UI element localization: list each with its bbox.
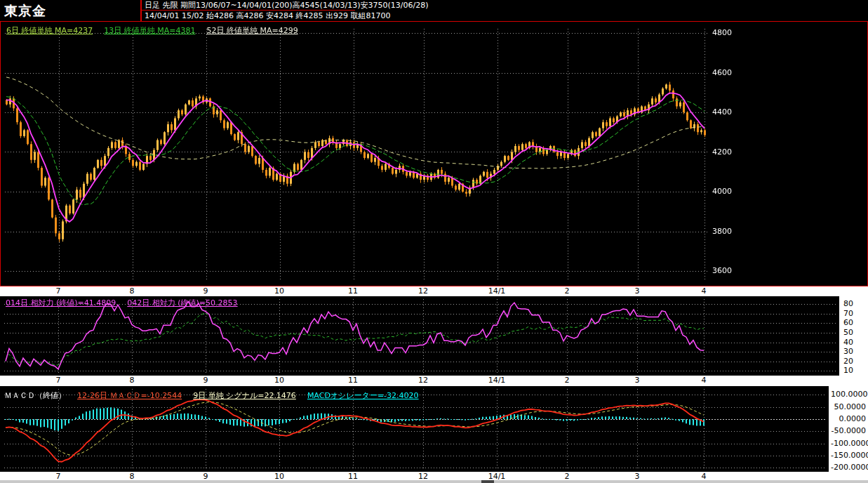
macd-axis-label: -150.0000 — [831, 451, 866, 460]
month-axis-strip: 78910111214/1234 — [0, 472, 868, 480]
price-axis-label: 4600 — [712, 69, 732, 77]
rsi-axis-label: 20 — [843, 357, 853, 366]
month-axis-strip: 78910111214/1234 — [0, 376, 868, 386]
month-axis-strip: 78910111214/1234 — [0, 286, 868, 296]
macd-legend-item[interactable]: 12-26日 ＭＡＣＤ=-10.2544 — [77, 390, 182, 401]
price-axis-label: 3600 — [712, 267, 732, 275]
price-axis-label: 4200 — [712, 148, 732, 157]
month-label: 3 — [627, 376, 648, 385]
rsi-axis-label: 60 — [843, 319, 853, 327]
macd-legend-item[interactable]: MACDオシレーター=-32.4020 — [307, 390, 419, 401]
month-label: 12 — [413, 286, 434, 296]
chart-info-line1: 日足 先限 期間13/06/07~14/04/01(200)高4545(14/0… — [145, 1, 429, 10]
header-divider-horizontal — [140, 10, 355, 11]
rsi-legend: 014日 相対力 (終値)=41.4809042日 相対力 (終値)=50.28… — [6, 298, 238, 308]
rsi-axis-label: 30 — [843, 348, 853, 356]
macd-legend-item[interactable]: ＭＡＣＤ（終値） — [4, 390, 66, 401]
rsi-axis-label: 80 — [843, 300, 853, 308]
price-axis-label: 3800 — [712, 227, 732, 236]
macd-legend: ＭＡＣＤ（終値）12-26日 ＭＡＣＤ=-10.25449日 単純 シグナル=2… — [4, 390, 419, 401]
macd-axis-label: 100.0000 — [831, 390, 866, 399]
macd-axis-label: -100.0000 — [831, 439, 866, 448]
rsi-axis-label: 40 — [843, 338, 853, 347]
main-chart-panel: 6日 終値単純 MA=423713日 終値単純 MA=438152日 終値単純 … — [0, 21, 868, 286]
month-label: 8 — [121, 376, 142, 385]
month-label: 3 — [627, 286, 648, 296]
month-label: 9 — [195, 376, 216, 385]
macd-axis-label: 50.0000 — [831, 403, 866, 411]
ma-legend-item[interactable]: 13日 終値単純 MA=4381 — [104, 25, 195, 36]
month-label: 12 — [413, 376, 434, 385]
main-chart-legend: 6日 終値単純 MA=423713日 終値単純 MA=438152日 終値単純 … — [6, 25, 298, 36]
month-label: 9 — [195, 286, 216, 296]
rsi-axis-label: 10 — [843, 366, 853, 375]
macd-axis-label: 0.0000 — [831, 415, 866, 423]
rsi-legend-item[interactable]: 014日 相対力 (終値)=41.4809 — [6, 298, 116, 308]
price-axis-label: 4400 — [712, 108, 732, 117]
macd-axis-label: -200.0000 — [831, 463, 866, 472]
trading-chart-window: 東京金 日足 先限 期間13/06/07~14/04/01(200)高4545(… — [0, 0, 868, 483]
month-label: 7 — [48, 286, 69, 296]
month-label: 4 — [693, 376, 714, 385]
month-label: 7 — [48, 376, 69, 385]
month-label: 8 — [121, 286, 142, 296]
price-axis-label: 4000 — [712, 187, 732, 196]
horizontal-scrollbar[interactable] — [0, 480, 868, 483]
chart-info-line2: 14/04/01 15/02 始4286 高4286 安4284 終4285 出… — [145, 11, 391, 20]
price-axis-label: 4800 — [712, 29, 732, 37]
month-label: 14/1 — [486, 376, 507, 385]
month-label: 4 — [693, 286, 714, 296]
ma-legend-item[interactable]: 6日 終値単純 MA=4237 — [6, 25, 93, 36]
scrollbar-thumb[interactable] — [481, 480, 494, 483]
ma-legend-item[interactable]: 52日 終値単純 MA=4299 — [206, 25, 298, 36]
month-label: 11 — [342, 376, 363, 385]
header-bar: 東京金 日足 先限 期間13/06/07~14/04/01(200)高4545(… — [0, 0, 868, 21]
instrument-title: 東京金 — [4, 2, 46, 20]
header-divider-vertical — [140, 0, 142, 21]
month-label: 10 — [269, 376, 290, 385]
macd-panel: ＭＡＣＤ（終値）12-26日 ＭＡＣＤ=-10.25449日 単純 シグナル=2… — [0, 386, 868, 472]
month-label: 2 — [556, 286, 577, 296]
rsi-legend-item[interactable]: 042日 相対力 (終値)=50.2853 — [127, 298, 237, 308]
rsi-axis-label: 70 — [843, 310, 853, 318]
month-label: 14/1 — [486, 286, 507, 296]
macd-axis-label: -50.0000 — [831, 427, 866, 435]
month-label: 2 — [556, 376, 577, 385]
rsi-panel: 014日 相対力 (終値)=41.4809042日 相対力 (終値)=50.28… — [0, 296, 868, 376]
candlestick-chart-canvas — [1, 22, 867, 286]
month-label: 11 — [342, 286, 363, 296]
rsi-axis-label: 50 — [843, 329, 853, 337]
month-label: 10 — [269, 286, 290, 296]
macd-legend-item[interactable]: 9日 単純 シグナル=22.1476 — [193, 390, 296, 401]
